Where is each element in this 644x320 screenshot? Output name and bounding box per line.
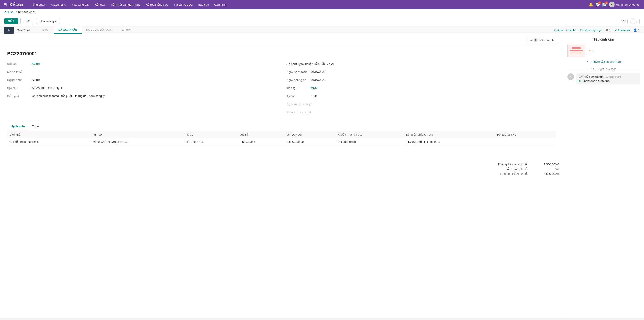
dien-giai-label: Diễn giải bbox=[7, 94, 32, 98]
truoc-thue-label: Tổng giá trị trước thuế: bbox=[483, 163, 528, 166]
gui-tin-button[interactable]: Gửi tin bbox=[554, 29, 562, 32]
sua-button[interactable]: SỬA bbox=[4, 18, 18, 24]
grid-icon[interactable]: ⊞ bbox=[4, 2, 7, 7]
but-toan-button[interactable]: ✏ 1 Bút toán ph... bbox=[527, 37, 559, 44]
workflow-left: IN QUAY LẠI NHẬP ĐÃ XÁC NHẬN ĐÃ ĐƯỢC ĐỐI… bbox=[0, 27, 550, 34]
next-button[interactable]: › bbox=[634, 19, 640, 24]
ty-gia-row: Tỷ giá 1,00 bbox=[286, 94, 556, 100]
refresh-icon[interactable]: 🔄 2 bbox=[602, 3, 607, 7]
tab-hach-toan[interactable]: Hạch toán bbox=[7, 123, 28, 130]
document-number: PC2207/0001 bbox=[7, 51, 556, 57]
nguoi-nhan-row: Người nhận Admin bbox=[7, 78, 273, 84]
breadcrumb-current: PC2207/0001 bbox=[18, 11, 36, 14]
nav-tai-san[interactable]: Tài sản-CCDC bbox=[171, 0, 196, 9]
tab-thue[interactable]: Thuế bbox=[28, 123, 42, 130]
prev-button[interactable]: ‹ bbox=[628, 19, 633, 24]
col-dien-giai: Diễn giải bbox=[7, 131, 91, 138]
so-nhat-ky-label: Số nhật ký tài khoản bbox=[286, 62, 313, 66]
bo-phan-label: Bộ phận chịu chi phí bbox=[286, 102, 313, 106]
theo-doi-button[interactable]: ✔ Theo dõi bbox=[614, 29, 630, 32]
nav-khach-hang[interactable]: Khách hàng bbox=[48, 0, 69, 9]
sau-thue-label: Tổng giá trị sau thuế: bbox=[483, 172, 528, 175]
ty-gia-label: Tỷ giá bbox=[286, 94, 311, 98]
comment-author-name: Admin bbox=[595, 75, 603, 78]
dien-giai-value: Chi tiền mua teabreak tổng kết 6 tháng đ… bbox=[32, 94, 273, 98]
comment-time: 12 ngày trước bbox=[606, 75, 621, 78]
step-nhap[interactable]: NHẬP bbox=[38, 27, 54, 34]
step-da-huy[interactable]: ĐÃ HỦY bbox=[117, 27, 136, 34]
comment-body: Ghi nhận bởi Admin 12 ngày trước Thanh t… bbox=[576, 73, 640, 84]
add-attachment-button[interactable]: ＋ + Thêm tệp tin đính kèm bbox=[567, 60, 640, 64]
total-thue-row: Tổng giá trị thuế: 0 đ bbox=[4, 167, 559, 171]
but-toan-label: Bút toán ph... bbox=[539, 39, 556, 42]
len-cong-viec-button[interactable]: ⏱ Lên công việc bbox=[580, 29, 602, 32]
bell-icon[interactable]: 🔔 bbox=[589, 3, 593, 7]
nguoi-nhan-label: Người nhận bbox=[7, 78, 32, 82]
col-doi-tuong: Đối tượng THCP bbox=[495, 131, 556, 138]
refresh-badge: 2 bbox=[605, 1, 608, 5]
attachment-preview: ← bbox=[567, 44, 640, 57]
doi-tac-row: Đối tác Admin bbox=[7, 62, 273, 67]
nav-tien-mat[interactable]: Tiền mặt và ngân hàng bbox=[108, 0, 143, 9]
nav-cau-hinh[interactable]: Cấu hình bbox=[212, 0, 229, 9]
comment-author: Ghi nhận bởi Admin 12 ngày trước bbox=[579, 75, 638, 78]
tien-te-value[interactable]: VND bbox=[311, 86, 556, 90]
tien-te-row: Tiền tệ VND bbox=[286, 86, 556, 92]
doc-header: ✏ 1 Bút toán ph... bbox=[0, 34, 564, 46]
fields-right: Số nhật ký tài khoản Tiền mặt (VND) Ngày… bbox=[282, 62, 556, 118]
nav-ke-toan-tong-hop[interactable]: Kế toán tổng hợp bbox=[143, 0, 171, 9]
step-da-xac-nhan[interactable]: ĐÃ XÁC NHẬN bbox=[54, 27, 82, 34]
user-label: Admin (erpviet_v6) bbox=[616, 3, 640, 6]
ty-gia-value: 1,00 bbox=[311, 94, 556, 98]
doi-tac-label: Đối tác bbox=[7, 62, 32, 66]
breadcrumb: Chi tiền / PC2207/0001 bbox=[0, 9, 644, 16]
col-gia-tri: Giá trị bbox=[238, 131, 284, 138]
breadcrumb-separator: / bbox=[16, 11, 17, 14]
nav-tong-quan[interactable]: Tổng quan bbox=[28, 0, 48, 9]
bo-phan-row: Bộ phận chịu chi phí bbox=[286, 102, 556, 108]
breadcrumb-parent[interactable]: Chi tiền bbox=[4, 11, 14, 14]
quay-lai-button[interactable]: QUAY LẠI bbox=[14, 27, 33, 34]
fields-left: Đối tác Admin Mã số thuế Người nhận Admi… bbox=[7, 62, 282, 118]
thue-value: 0 đ bbox=[532, 167, 559, 171]
in-button[interactable]: IN bbox=[4, 27, 14, 34]
ma-so-thue-label: Mã số thuế bbox=[7, 70, 32, 74]
tag-button[interactable]: 🏷 1 bbox=[605, 29, 611, 32]
ngay-hach-toan-row: Ngày hạch toán 01/07/2022 bbox=[286, 70, 556, 75]
table-row[interactable]: Chi tiền mua teabreak... 6238 Chi phí bằ… bbox=[7, 138, 556, 145]
col-bo-phan: Bộ phận chịu chi phí bbox=[404, 131, 495, 138]
comment-entry: A Ghi nhận bởi Admin 12 ngày trước Thanh… bbox=[567, 73, 640, 84]
user-menu[interactable]: A Admin (erpviet_v6) bbox=[609, 2, 640, 8]
cell-tk-co: 1111 Tiền m... bbox=[183, 138, 238, 145]
dia-chi-row: Địa chỉ Số 2A Tôn Thất Thuyết bbox=[7, 86, 273, 92]
cell-gt-quy-doi: 2.500.000,00 bbox=[284, 138, 335, 145]
workflow-steps: NHẬP ĐÃ XÁC NHẬN ĐÃ ĐƯỢC ĐỐI SOÁT ĐÃ HỦY bbox=[38, 27, 136, 34]
ma-so-thue-row: Mã số thuế bbox=[7, 70, 273, 75]
sidebar-right: Tệp đính kèm ← ＋ + Thêm tệp tin đính bbox=[564, 34, 644, 318]
nav-ke-toan[interactable]: Kế toán bbox=[92, 0, 108, 9]
ngay-hach-toan-value: 01/07/2022 bbox=[311, 70, 556, 73]
truoc-thue-value: 2.500.000 đ bbox=[532, 163, 559, 166]
col-gt-quy-doi: GT Quy đổi bbox=[284, 131, 335, 138]
tien-te-label: Tiền tệ bbox=[286, 86, 311, 90]
dien-giai-row: Diễn giải Chi tiền mua teabreak tổng kết… bbox=[7, 94, 273, 100]
col-tk-no: TK Nợ bbox=[91, 131, 183, 138]
nav-bao-cao[interactable]: Báo cáo bbox=[196, 0, 212, 9]
document-body: PC2207/0001 Đối tác Admin Mã số thuế Ngư… bbox=[0, 46, 564, 150]
tab-bar: Hạch toán Thuế bbox=[7, 123, 556, 130]
hanh-dong-button[interactable]: Hành động ▾ bbox=[36, 18, 60, 24]
follower-count-button[interactable]: 👤 1 bbox=[634, 29, 640, 32]
nav-nha-cung-cap[interactable]: Nhà cung cấp bbox=[69, 0, 92, 9]
tao-button[interactable]: TẠO bbox=[20, 18, 34, 24]
totals-section: Tổng giá trị trước thuế: 2.500.000 đ Tổn… bbox=[0, 159, 564, 180]
attachment-section: Tệp đính kèm ← ＋ + Thêm tệp tin đính bbox=[567, 38, 640, 64]
step-da-doi-soat[interactable]: ĐÃ ĐƯỢC ĐỐI SOÁT bbox=[82, 27, 117, 34]
workflow-right: Gửi tin Ghi chú ⏱ Lên công việc 🏷 1 ✔ Th… bbox=[550, 29, 644, 32]
ghi-chu-button[interactable]: Ghi chú bbox=[566, 29, 576, 32]
doi-tac-value[interactable]: Admin bbox=[32, 62, 273, 65]
cell-bo-phan: [HCNS] Phòng Hành chí... bbox=[404, 138, 495, 145]
attachment-thumbnail[interactable] bbox=[567, 44, 585, 57]
chat-icon[interactable]: 💬 4 bbox=[596, 3, 600, 7]
comment-avatar: A bbox=[567, 73, 574, 80]
dropdown-icon: ▾ bbox=[55, 20, 56, 23]
